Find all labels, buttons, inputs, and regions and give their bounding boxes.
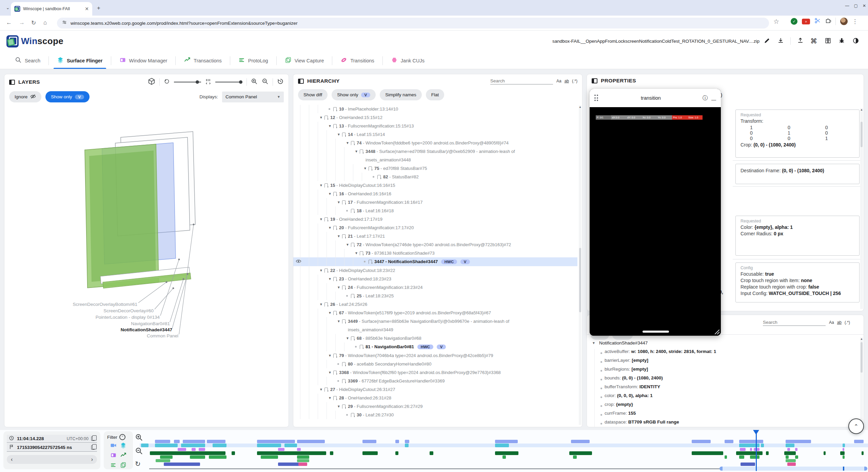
documentation-icon[interactable] (825, 37, 831, 45)
hierarchy-node-82[interactable]: 82 - StatusBar#82 (293, 173, 577, 181)
nav-tab-view-capture[interactable]: View Capture (277, 52, 332, 69)
expand-arrow[interactable]: ▼ (344, 139, 351, 147)
trace-entry-segment[interactable] (155, 444, 178, 447)
expand-arrow[interactable]: ▼ (327, 122, 333, 130)
hierarchy-node-25[interactable]: 25 - Leaf:18:23#25 (293, 292, 577, 300)
state-property[interactable]: currFrame: 155 (598, 411, 857, 419)
trace-entry-segment[interactable] (278, 448, 284, 451)
layer-label[interactable]: ScreenDecorOverlay#60 (103, 308, 154, 313)
next-frame-button[interactable]: › (91, 456, 93, 463)
regex-toggle[interactable]: (.*) (845, 320, 850, 325)
collapse-filter-icon[interactable]: ⌃ (119, 434, 125, 440)
trace-entry-segment[interactable] (741, 463, 755, 466)
hierarchy-node-73[interactable]: ▼73 - 8736138 NotificationShade#73 (293, 249, 577, 257)
flat-button[interactable]: Flat (426, 89, 445, 100)
expand-arrow[interactable]: ▼ (327, 394, 333, 402)
state-property[interactable]: dataspace: BT709 sRGB Full range (598, 419, 857, 427)
trace-entry-segment[interactable] (192, 448, 196, 451)
state-property[interactable]: barrierLayer: [empty] (598, 358, 857, 367)
trace-entry-segment[interactable] (395, 440, 399, 443)
hierarchy-node-72[interactable]: ▼72 - WindowToken{a2746de type=2040 andr… (293, 240, 577, 249)
displays-select[interactable]: Common Panel▼ (222, 92, 284, 102)
trace-entry-segment[interactable] (181, 444, 205, 447)
trace-entry-segment[interactable] (298, 463, 307, 466)
trace-entry-segment[interactable] (495, 440, 518, 443)
trace-entry-segment[interactable] (795, 448, 797, 451)
trace-entry-segment[interactable] (297, 448, 301, 451)
state-property[interactable]: bounds: (0, 0) - (1080, 2400) (598, 375, 857, 384)
site-settings-icon[interactable] (62, 20, 67, 26)
nav-tab-transitions[interactable]: Transitions (332, 52, 382, 69)
hierarchy-node-67[interactable]: ▼67 - WindowToken{e5176f9 type=2019 andr… (293, 309, 577, 317)
hierarchy-node-15[interactable]: ▼15 - HideDisplayCutout:16:16#15 (293, 181, 577, 190)
hierarchy-node-29[interactable]: ▼29 - FullscreenMagnification:26:27#29 (293, 402, 577, 411)
trace-entry-segment[interactable] (257, 440, 295, 443)
expand-arrow[interactable]: ▼ (318, 385, 324, 394)
window-close-icon[interactable]: ✕ (863, 3, 866, 8)
trace-entry-segment[interactable] (840, 451, 845, 455)
prev-frame-button[interactable]: ‹ (11, 456, 13, 463)
trace-entry-segment[interactable] (183, 440, 205, 443)
layer-rect-green-inner[interactable] (89, 151, 156, 282)
hierarchy-node-16[interactable]: ▼16 - OneHanded:16:16#16 (293, 190, 577, 198)
expand-arrow[interactable]: ▼ (327, 223, 333, 232)
trace-entry-segment[interactable] (261, 455, 278, 459)
extensions-puzzle-icon[interactable] (825, 18, 831, 25)
expand-arrow[interactable]: ▼ (318, 113, 324, 122)
zoom-handle-left[interactable] (719, 467, 723, 471)
collapse-panel-icon[interactable] (298, 79, 304, 84)
layer-label[interactable]: PointerLocation - display 0#134 (96, 315, 160, 320)
hierarchy-node-3447[interactable]: 3447 - NotificationShade#3447 HWC V (293, 257, 577, 266)
trace-entry-segment[interactable] (571, 440, 590, 443)
zoom-handle-right[interactable] (864, 467, 867, 471)
trace-entry-segment[interactable] (395, 451, 398, 455)
browser-tab[interactable]: Winscope | sandbox-FAIl ✕ (11, 2, 92, 16)
download-trace-icon[interactable] (777, 37, 784, 45)
hierarchy-node-14[interactable]: ▼14 - Leaf:15:15#14 (293, 130, 577, 139)
layer-label[interactable]: Common Panel (147, 333, 178, 338)
trace-entry-segment[interactable] (297, 459, 310, 462)
expand-arrow[interactable]: ▼ (335, 198, 342, 206)
expand-arrow[interactable]: ▼ (335, 317, 342, 326)
drag-handle-icon[interactable] (594, 95, 599, 101)
hierarchy-node-3368[interactable]: ▼3368 - WindowToken{f6b2f60 type=2024 an… (293, 368, 577, 377)
current-time[interactable]: 11:04:14.228 (17, 436, 44, 441)
hierarchy-node-20[interactable]: ▼20 - FullscreenMagnification:17:17#20 (293, 223, 577, 232)
simplify-names-button[interactable]: Simplify names (380, 89, 422, 100)
trace-entry-segment[interactable] (784, 451, 796, 455)
edit-title-icon[interactable] (764, 37, 770, 45)
spacing-slider[interactable] (215, 82, 242, 82)
nav-tab-surface-flinger[interactable]: Surface Flinger (49, 52, 111, 69)
ignore-button[interactable]: Ignore (9, 91, 41, 102)
state-property[interactable]: bufferTransform: IDENTITY (598, 384, 857, 393)
report-bug-icon[interactable] (839, 37, 845, 45)
trace-entry-segment[interactable] (164, 463, 200, 466)
hierarchy-node-74[interactable]: ▼74 - WindowToken{fdddbe6 type=2000 andr… (293, 139, 577, 147)
home-icon[interactable]: ⌂ (43, 19, 47, 26)
trace-entry-segment[interactable] (569, 451, 592, 455)
hierarchy-node-28[interactable]: ▼28 - OneHanded:26:31#28 (293, 394, 577, 402)
trace-entry-segment[interactable] (692, 440, 711, 443)
trace-entry-segment[interactable] (330, 451, 334, 455)
trace-entry-segment[interactable] (725, 455, 727, 459)
trace-entry-segment[interactable] (284, 444, 297, 447)
trace-entry-segment[interactable] (739, 440, 763, 443)
trace-entry-segment[interactable] (141, 444, 148, 447)
trace-entry-segment[interactable] (750, 448, 752, 451)
trace-entry-segment[interactable] (739, 455, 744, 459)
collapse-panel-icon[interactable] (9, 80, 15, 85)
bookmark-flag-icon[interactable] (9, 444, 14, 451)
nav-tab-jank-cujs[interactable]: Jank CUJs (383, 52, 433, 69)
hierarchy-node-75[interactable]: ▼75 - ed70f88 StatusBar#75 (293, 164, 577, 173)
extension-video-icon[interactable]: » (802, 19, 810, 24)
nav-tab-protolog[interactable]: ProtoLog (230, 52, 276, 69)
rotation-slider[interactable] (174, 82, 201, 82)
trace-entry-segment[interactable] (854, 440, 864, 443)
view-capture-track[interactable] (140, 459, 868, 462)
hierarchy-node-30[interactable]: 30 - Leaf:26:27#30 (293, 411, 577, 419)
trace-entry-segment[interactable] (190, 455, 205, 459)
trace-entry-segment[interactable] (495, 444, 509, 447)
transactions-track[interactable] (140, 451, 868, 455)
state-property[interactable]: color: (0, 0, 0), alpha: 1 (598, 393, 857, 402)
layer-label[interactable]: ScreenDecorOverlayBottom#61 (73, 302, 137, 307)
